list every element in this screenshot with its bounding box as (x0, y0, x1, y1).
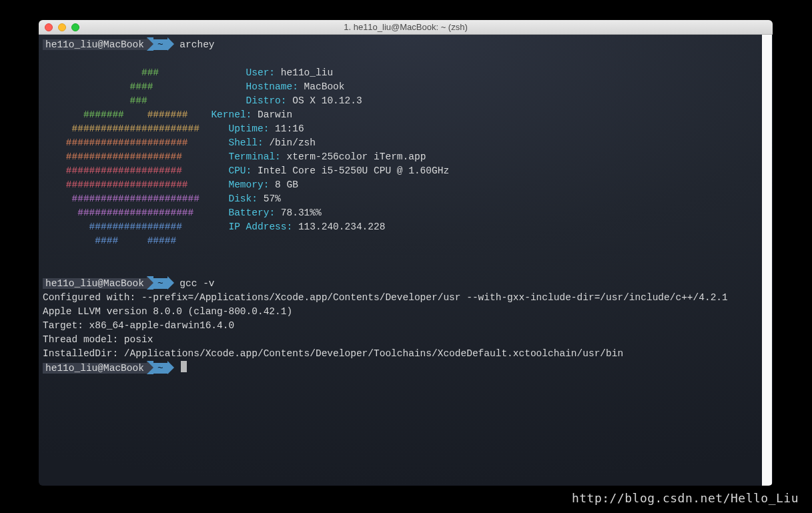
info-val: 57% (264, 193, 281, 204)
info-val: 113.240.234.228 (298, 221, 386, 232)
info-val: 11:16 (275, 123, 304, 134)
gcc-output-line: Configured with: --prefix=/Applications/… (43, 292, 728, 303)
logo-line: ### (43, 95, 147, 106)
logo-line: ### (43, 67, 159, 78)
info-key: Kernel: (211, 109, 252, 120)
prompt-dir: ~ (153, 278, 167, 289)
info-val: 78.31%% (281, 207, 322, 218)
info-val: 8 GB (275, 179, 298, 190)
info-key: Distro: (246, 95, 287, 106)
prompt-dir: ~ (153, 39, 167, 50)
prompt-user-host: he11o_liu@MacBook (43, 278, 147, 289)
command-gcc: gcc -v (179, 278, 214, 289)
window-title: 1. he11o_liu@MacBook: ~ (zsh) (39, 22, 773, 32)
logo-line: ###################### (43, 193, 199, 204)
terminal-window: 1. he11o_liu@MacBook: ~ (zsh) he11o_liu@… (39, 20, 773, 486)
scrollbar[interactable] (762, 35, 772, 486)
info-val: Intel Core i5-5250U CPU @ 1.60GHz (258, 165, 449, 176)
info-key: Uptime: (228, 123, 269, 134)
logo-line: ##################### (43, 137, 188, 148)
info-key: Shell: (228, 137, 263, 148)
prompt-sep-icon (147, 276, 153, 290)
prompt-sep-icon (147, 361, 153, 374)
cursor-icon (181, 361, 187, 372)
gcc-output-line: Thread model: posix (43, 334, 153, 345)
logo-line: #################### (43, 151, 182, 162)
logo-line: ###################### (43, 123, 199, 134)
info-key: Memory: (228, 179, 269, 190)
info-key: CPU: (228, 165, 252, 176)
prompt-user-host: he11o_liu@MacBook (43, 39, 147, 50)
prompt-dir: ~ (153, 363, 167, 374)
zoom-icon[interactable] (71, 23, 79, 31)
window-titlebar[interactable]: 1. he11o_liu@MacBook: ~ (zsh) (39, 20, 773, 35)
logo-line: #### (43, 235, 147, 246)
gcc-output-line: Target: x86_64-apple-darwin16.4.0 (43, 320, 234, 331)
prompt-end-icon (167, 37, 174, 51)
info-key: Hostname: (246, 81, 298, 92)
logo-line: ####### (147, 109, 188, 120)
info-val: xterm-256color iTerm.app (287, 151, 426, 162)
info-val: /bin/zsh (269, 137, 316, 148)
info-key: Terminal: (228, 151, 280, 162)
info-key: Disk: (228, 193, 258, 204)
info-key: User: (246, 67, 276, 78)
gcc-output-line: Apple LLVM version 8.0.0 (clang-800.0.42… (43, 306, 292, 317)
info-val: Darwin (258, 109, 292, 120)
logo-line: ##### (147, 235, 177, 246)
minimize-icon[interactable] (58, 23, 66, 31)
gcc-output-line: InstalledDir: /Applications/Xcode.app/Co… (43, 348, 623, 359)
prompt-user-host: he11o_liu@MacBook (43, 363, 147, 374)
command-archey: archey (179, 39, 214, 50)
info-val: he11o_liu (281, 67, 333, 78)
close-icon[interactable] (45, 23, 53, 31)
prompt-sep-icon (147, 37, 153, 51)
logo-line: ##################### (43, 179, 188, 190)
info-key: IP Address: (228, 221, 292, 232)
logo-line: #### (43, 81, 153, 92)
terminal-viewport[interactable]: he11o_liu@MacBook~ archey ### User: he11… (39, 35, 773, 486)
info-key: Battery: (228, 207, 275, 218)
prompt-end-icon (167, 361, 174, 374)
info-val: OS X 10.12.3 (292, 95, 362, 106)
logo-line: #################### (43, 207, 193, 218)
prompt-end-icon (167, 276, 174, 290)
logo-line: ####### (43, 109, 147, 120)
logo-line: #################### (43, 165, 182, 176)
logo-line: ################ (43, 221, 182, 232)
info-val: MacBook (304, 81, 345, 92)
watermark-text: http://blog.csdn.net/Hello_Liu (572, 491, 799, 505)
